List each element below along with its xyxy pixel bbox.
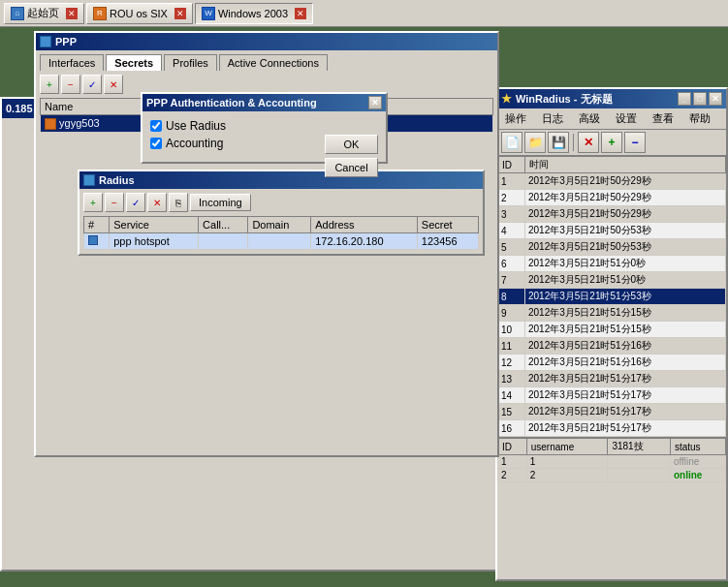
log-row[interactable]: 162012年3月5日21时51分17秒: [498, 420, 726, 437]
users-row[interactable]: 22online: [498, 469, 726, 482]
log-cell-id: 1: [498, 173, 525, 190]
log-row[interactable]: 152012年3月5日21时51分17秒: [498, 404, 726, 420]
ppp-icon: [40, 36, 51, 47]
winradius-titlebar[interactable]: ★ WinRadius - 无标题 _ □ ✕: [497, 89, 726, 108]
log-cell-time: 2012年3月5日21时51分53秒: [525, 289, 726, 305]
use-radius-checkbox[interactable]: [150, 120, 162, 132]
taskbar-btn-rou[interactable]: R ROU os SIX ✕: [86, 3, 193, 24]
log-row[interactable]: 122012年3月5日21时51分16秒: [498, 355, 726, 371]
log-cell-id: 13: [498, 371, 525, 387]
users-cell-username: 1: [526, 455, 608, 469]
wr-new-btn[interactable]: 📄: [501, 132, 522, 153]
wr-save-btn[interactable]: 💾: [548, 132, 569, 153]
log-row[interactable]: 132012年3月5日21时51分17秒: [498, 371, 726, 387]
taskbar-label-rou: ROU os SIX: [110, 8, 168, 19]
tab-profiles[interactable]: Profiles: [164, 54, 217, 71]
log-row[interactable]: 72012年3月5日21时51分0秒: [498, 272, 726, 289]
radius-enable-btn[interactable]: ✓: [126, 193, 145, 212]
add-btn[interactable]: +: [40, 75, 59, 94]
log-cell-id: 3: [498, 206, 525, 223]
ok-btn[interactable]: OK: [325, 135, 378, 154]
log-row[interactable]: 32012年3月5日21时50分29秒: [498, 206, 726, 223]
tab-interfaces[interactable]: Interfaces: [40, 54, 104, 71]
auth-dialog: PPP Authentication & Accounting ✕ Use Ra…: [141, 92, 388, 164]
log-row[interactable]: 112012年3月5日21时51分16秒: [498, 338, 726, 355]
log-row[interactable]: 42012年3月5日21时50分53秒: [498, 223, 726, 239]
log-cell-time: 2012年3月5日21时50分29秒: [525, 206, 726, 223]
log-row[interactable]: 92012年3月5日21时51分15秒: [498, 305, 726, 322]
radius-cell-domain: [248, 233, 311, 250]
log-cell-id: 9: [498, 305, 525, 322]
winradius-close-btn[interactable]: ✕: [709, 92, 722, 106]
users-cell-3: [608, 469, 671, 482]
log-cell-time: 2012年3月5日21时51分17秒: [525, 404, 726, 420]
log-row[interactable]: 102012年3月5日21时51分15秒: [498, 322, 726, 338]
log-cell-id: 4: [498, 223, 525, 239]
radius-table-row[interactable]: ppp hotspot 172.16.20.180 123456: [84, 233, 479, 250]
disable-btn[interactable]: ✕: [104, 75, 123, 94]
radius-table: # Service Call... Domain Address Secret …: [83, 216, 479, 250]
menu-help[interactable]: 帮助: [683, 109, 716, 128]
radius-cell-service: ppp hotspot: [110, 233, 199, 250]
close-tab-win[interactable]: ✕: [295, 8, 306, 19]
menu-operate[interactable]: 操作: [499, 109, 532, 128]
taskbar-btn-home[interactable]: ⌂ 起始页 ✕: [4, 3, 84, 24]
winradius-min-btn[interactable]: _: [678, 92, 691, 106]
taskbar-label-home: 起始页: [27, 6, 59, 20]
wr-open-btn[interactable]: 📁: [524, 132, 546, 153]
menu-advanced[interactable]: 高级: [573, 109, 606, 128]
log-cell-time: 2012年3月5日21时51分16秒: [525, 355, 726, 371]
taskbar-btn-win2003[interactable]: W Windows 2003 ✕: [195, 3, 313, 24]
accounting-label: Accounting: [166, 137, 223, 150]
log-row[interactable]: 142012年3月5日21时51分17秒: [498, 387, 726, 404]
users-row[interactable]: 11offline: [498, 455, 726, 469]
winradius-title-btns: _ □ ✕: [678, 92, 722, 106]
log-row[interactable]: 22012年3月5日21时50分29秒: [498, 190, 726, 206]
radius-window: Radius + − ✓ ✕ ⎘ Incoming # Service Call…: [78, 170, 485, 256]
auth-dialog-titlebar[interactable]: PPP Authentication & Accounting ✕: [142, 94, 386, 111]
radius-remove-btn[interactable]: −: [105, 193, 124, 212]
log-row[interactable]: 12012年3月5日21时50分29秒: [498, 173, 726, 190]
log-cell-id: 16: [498, 420, 525, 437]
radius-titlebar[interactable]: Radius: [79, 171, 483, 189]
log-row[interactable]: 62012年3月5日21时51分0秒: [498, 256, 726, 272]
tab-active-connections[interactable]: Active Connections: [219, 54, 328, 71]
menu-view[interactable]: 查看: [647, 109, 680, 128]
menu-log[interactable]: 日志: [536, 109, 569, 128]
wr-delete-btn[interactable]: ✕: [578, 132, 599, 153]
log-cell-time: 2012年3月5日21时50分29秒: [525, 173, 726, 190]
winradius-max-btn[interactable]: □: [693, 92, 707, 106]
log-cell-time: 2012年3月5日21时51分15秒: [525, 322, 726, 338]
radius-row-icon: [88, 235, 98, 245]
cancel-btn[interactable]: Cancel: [325, 158, 378, 177]
row-icon: [45, 118, 56, 130]
log-cell-time: 2012年3月5日21时51分15秒: [525, 305, 726, 322]
users-cell-id: 1: [498, 455, 527, 469]
radius-add-btn[interactable]: +: [83, 193, 103, 212]
close-tab-home[interactable]: ✕: [66, 8, 78, 19]
log-cell-id: 2: [498, 190, 525, 206]
log-row[interactable]: 52012年3月5日21时50分53秒: [498, 239, 726, 256]
log-cell-id: 12: [498, 355, 525, 371]
users-area: ID username 3181技 status 11offline22onli…: [497, 437, 726, 482]
tab-secrets[interactable]: Secrets: [106, 54, 162, 71]
wr-minus-btn[interactable]: −: [624, 132, 646, 153]
close-tab-rou[interactable]: ✕: [174, 8, 186, 19]
auth-close-btn[interactable]: ✕: [368, 96, 382, 109]
log-cell-time: 2012年3月5日21时51分17秒: [525, 387, 726, 404]
log-cell-id: 11: [498, 338, 525, 355]
accounting-checkbox[interactable]: [150, 138, 162, 149]
incoming-btn[interactable]: Incoming: [190, 194, 251, 211]
menu-settings[interactable]: 设置: [610, 109, 643, 128]
log-cell-id: 15: [498, 404, 525, 420]
log-cell-id: 6: [498, 256, 525, 272]
users-cell-id: 2: [498, 469, 527, 482]
users-col-3: 3181技: [608, 439, 671, 455]
remove-btn[interactable]: −: [61, 75, 80, 94]
wr-add-btn[interactable]: +: [601, 132, 622, 153]
enable-btn[interactable]: ✓: [82, 75, 102, 94]
radius-disable-btn[interactable]: ✕: [147, 193, 167, 212]
log-row[interactable]: 82012年3月5日21时51分53秒: [498, 289, 726, 305]
radius-copy-btn[interactable]: ⎘: [169, 193, 188, 212]
ppp-titlebar[interactable]: PPP: [36, 33, 497, 50]
